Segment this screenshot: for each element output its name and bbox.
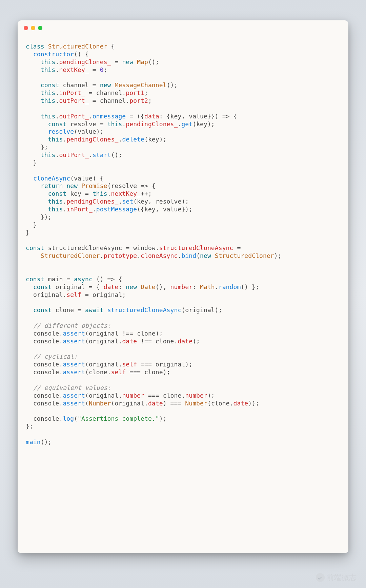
code-token: value [78, 128, 96, 135]
code-token: const [26, 276, 44, 283]
code-token: nextKey_ [59, 66, 89, 73]
code-token: this [41, 58, 56, 65]
code-token: value [163, 206, 182, 213]
code-token [26, 291, 33, 298]
code-token: this [48, 206, 63, 213]
code-token: delete [122, 136, 144, 143]
code-token: resolve [156, 198, 182, 205]
code-token: . [63, 198, 66, 205]
code-token: . [56, 151, 59, 158]
zoom-icon[interactable] [38, 26, 42, 30]
code-token: clone [137, 330, 156, 337]
code-token: clone [163, 392, 182, 399]
code-token: return [41, 182, 63, 189]
code-token: number [122, 392, 144, 399]
code-token: . [59, 330, 63, 337]
close-icon[interactable] [24, 26, 28, 30]
code-token: ( [85, 338, 89, 345]
code-token: )); [248, 400, 259, 407]
code-token: => { [137, 182, 156, 189]
code-token: . [215, 283, 219, 290]
code-token: new [122, 58, 133, 65]
code-token: const [48, 190, 67, 197]
code-token: . [59, 361, 63, 368]
code-token: value [74, 175, 93, 182]
code-token [26, 190, 48, 197]
code-token [26, 283, 33, 290]
code-token [44, 43, 48, 50]
code-token: this [41, 97, 56, 104]
code-token [104, 306, 107, 314]
code-token: }; [26, 423, 33, 430]
code-token [78, 182, 81, 189]
code-token: . [63, 206, 66, 213]
code-token: assert [63, 338, 85, 345]
code-token [111, 81, 115, 89]
code-token: original [156, 361, 185, 368]
code-token: resolve [111, 182, 137, 189]
code-token: clone [211, 400, 230, 407]
code-token [26, 66, 41, 73]
code-token: ( [85, 400, 89, 407]
code-token: this [41, 113, 56, 120]
code-token: Date [141, 283, 156, 290]
code-token: key [70, 190, 81, 197]
code-token: ( [85, 330, 89, 337]
code-token: ); [156, 330, 163, 337]
code-token: ( [181, 306, 185, 314]
code-token: get [181, 120, 192, 128]
code-token: = { [85, 283, 104, 290]
code-token [26, 206, 48, 213]
code-token: original [89, 330, 119, 337]
code-token: ; [122, 291, 126, 298]
code-token: ); [207, 392, 215, 399]
code-token: }); [181, 206, 192, 213]
code-token: original [33, 291, 63, 298]
code-token: this [41, 151, 56, 158]
code-token: new [200, 252, 211, 259]
code-token: ); [181, 198, 189, 205]
code-token: = [81, 291, 93, 298]
code-token [211, 252, 215, 259]
code-token: ) === [163, 400, 185, 407]
code-token: structuredCloneAsync [159, 244, 233, 251]
code-token: ); [207, 120, 215, 128]
code-token: window [133, 244, 156, 251]
code-token: = [85, 89, 96, 96]
code-token: () => { [93, 276, 122, 283]
code-token: } [26, 229, 29, 236]
code-token: ( [196, 252, 200, 259]
code-token: postMessage [96, 206, 137, 213]
code-token: date [233, 400, 248, 407]
minimize-icon[interactable] [31, 26, 35, 30]
code-token: original [89, 361, 119, 368]
code-token: channel [100, 97, 126, 104]
code-token: (); [148, 58, 159, 65]
code-token: . [59, 415, 63, 422]
code-token: original [185, 306, 215, 314]
code-token: self [111, 368, 126, 376]
code-token [52, 306, 56, 314]
code-token: . [56, 89, 59, 96]
code-token: key [137, 198, 148, 205]
code-token: !== [118, 330, 137, 337]
code-token [26, 97, 41, 104]
code-token: clone [56, 306, 74, 314]
wechat-icon [316, 573, 325, 582]
code-token: new [100, 81, 111, 89]
code-token: : { [159, 113, 170, 120]
code-token: set [122, 198, 133, 205]
code-token: . [107, 368, 111, 376]
code-token: = [111, 58, 122, 65]
code-token: ); [159, 415, 167, 422]
code-token: value [189, 113, 207, 120]
code-token: clone [144, 368, 163, 376]
code-token: (); [167, 81, 178, 89]
code-token: ); [163, 368, 170, 376]
code-block: class StructuredCloner { constructor() {… [18, 35, 348, 454]
code-token: : [192, 283, 200, 290]
code-token: date [104, 283, 119, 290]
code-token: original [93, 291, 122, 298]
code-token [26, 330, 33, 337]
code-token: ); [192, 338, 200, 345]
